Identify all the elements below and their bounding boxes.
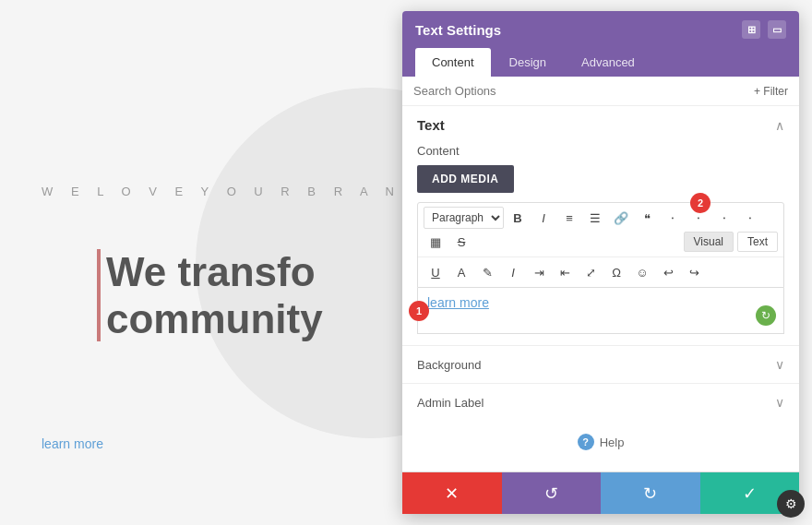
editor-link-text[interactable]: learn more <box>427 295 489 310</box>
bold-button[interactable]: B <box>506 207 530 229</box>
badge-1: 1 <box>409 301 429 321</box>
underline-button[interactable]: U <box>424 261 448 283</box>
cancel-button[interactable]: ✕ <box>402 472 502 514</box>
section-title: Text <box>417 117 445 133</box>
link-button[interactable]: 🔗 <box>609 207 633 229</box>
admin-label-text: Admin Label <box>417 396 484 410</box>
toolbar-row-2: U A ✎ I ⇥ ⇤ ⤢ Ω ☺ ↩ ↪ <box>418 257 783 287</box>
brand-text: W E L O V E Y O U R B R A N D <box>42 185 428 198</box>
toolbar-row-1: Paragraph B I ≡ ☰ 🔗 ❝ ⬝ ⬝ ⬝ ⬝ ▦ S <box>418 203 783 257</box>
filter-button[interactable]: + Filter <box>754 85 788 98</box>
italic2-button[interactable]: I <box>501 261 525 283</box>
settings-panel: Text Settings ⊞ ▭ Content Design Advance… <box>402 11 799 514</box>
redo-button[interactable]: ↻ <box>601 472 700 514</box>
outdent-button[interactable]: ⇤ <box>553 261 577 283</box>
help-label: Help <box>600 436 625 449</box>
tab-advanced[interactable]: Advanced <box>565 48 651 77</box>
add-media-button[interactable]: ADD MEDIA <box>417 165 514 193</box>
editor-refresh-icon[interactable]: ↻ <box>756 305 776 326</box>
background-label: Background <box>417 358 481 372</box>
table-button[interactable]: ▦ <box>424 231 448 253</box>
section-chevron-icon: ∧ <box>775 118 784 133</box>
emoji-button[interactable]: ☺ <box>630 261 654 283</box>
hero-line2: community <box>106 296 323 341</box>
section-content: Content ADD MEDIA Paragraph B I ≡ ☰ 🔗 ❝ <box>402 144 799 345</box>
align-justify-button[interactable]: ⬝ <box>738 207 762 229</box>
help-icon: ? <box>578 434 594 450</box>
text-tab[interactable]: Text <box>737 232 778 252</box>
learn-more-link[interactable]: learn more <box>42 436 103 451</box>
background-chevron-icon: ∨ <box>775 357 784 372</box>
panel-header-icons: ⊞ ▭ <box>742 20 786 39</box>
panel-collapse-icon[interactable]: ▭ <box>768 20 786 39</box>
undo-toolbar-button[interactable]: ↩ <box>656 261 680 283</box>
paragraph-select[interactable]: Paragraph <box>424 207 504 229</box>
highlight-button[interactable]: ✎ <box>475 261 499 283</box>
align-left-button[interactable]: ⬝ <box>661 207 685 229</box>
fullscreen-button[interactable]: ⤢ <box>579 261 603 283</box>
editor-area[interactable]: 1 learn more ↻ <box>417 288 784 334</box>
search-input[interactable] <box>413 84 746 98</box>
redo-toolbar-button[interactable]: ↪ <box>682 261 706 283</box>
font-color-button[interactable]: A <box>449 261 473 283</box>
tab-content[interactable]: Content <box>415 48 491 77</box>
help-row[interactable]: ? Help <box>402 421 799 463</box>
ordered-list-button[interactable]: ☰ <box>583 207 607 229</box>
admin-label-section[interactable]: Admin Label ∨ <box>402 383 799 421</box>
visual-tab[interactable]: Visual <box>684 232 734 252</box>
panel-header: Text Settings ⊞ ▭ <box>402 11 799 48</box>
unordered-list-button[interactable]: ≡ <box>557 207 581 229</box>
text-section-header[interactable]: Text ∧ <box>402 106 799 144</box>
hero-line1: We transfo <box>106 249 316 294</box>
editor-wrapper: Paragraph B I ≡ ☰ 🔗 ❝ ⬝ ⬝ ⬝ ⬝ ▦ S <box>417 202 784 334</box>
panel-expand-icon[interactable]: ⊞ <box>742 20 760 39</box>
background-section[interactable]: Background ∨ <box>402 345 799 383</box>
align-right-button[interactable]: ⬝ <box>712 207 736 229</box>
badge-2: 2 <box>690 193 710 213</box>
blockquote-button[interactable]: ❝ <box>635 207 659 229</box>
corner-settings-icon[interactable]: ⚙ <box>777 490 805 518</box>
strikethrough-button[interactable]: S <box>449 231 473 253</box>
panel-tabs: Content Design Advanced <box>402 48 799 77</box>
italic-button[interactable]: I <box>531 207 555 229</box>
editor-toolbar: Paragraph B I ≡ ☰ 🔗 ❝ ⬝ ⬝ ⬝ ⬝ ▦ S <box>417 202 784 288</box>
panel-footer: ✕ ↺ ↻ ✓ <box>402 471 799 514</box>
tab-design[interactable]: Design <box>493 48 563 77</box>
search-bar: + Filter <box>402 77 799 106</box>
panel-title: Text Settings <box>415 22 501 38</box>
panel-body: Text ∧ Content ADD MEDIA Paragraph B I ≡… <box>402 106 799 471</box>
hero-text: We transfo community <box>106 249 323 342</box>
special-char-button[interactable]: Ω <box>604 261 628 283</box>
admin-label-chevron-icon: ∨ <box>775 395 784 410</box>
content-label: Content <box>417 144 784 158</box>
indent-button[interactable]: ⇥ <box>527 261 551 283</box>
undo-button[interactable]: ↺ <box>502 472 602 514</box>
left-border-accent <box>97 249 101 341</box>
